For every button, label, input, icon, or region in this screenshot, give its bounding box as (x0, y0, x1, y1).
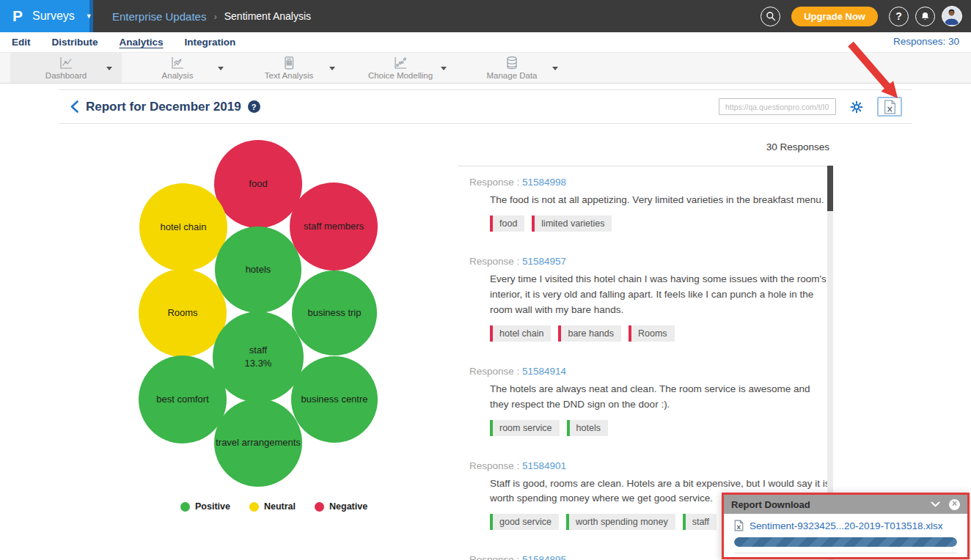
response-item: Response : 51584998The food is not at al… (469, 177, 833, 232)
legend-dot-icon (315, 502, 324, 512)
response-text: The hotels are always neat and clean. Th… (490, 382, 830, 413)
sentiment-tag[interactable]: good service (490, 514, 559, 530)
analysis-chart-icon (170, 56, 185, 70)
sentiment-tag[interactable]: room service (490, 420, 560, 436)
response-id-link[interactable]: 51584998 (522, 177, 566, 188)
response-id-link[interactable]: 51584895 (522, 554, 566, 560)
toolbar-tab-choice-modelling[interactable]: Choice Modelling (345, 53, 456, 83)
search-icon[interactable] (761, 7, 780, 26)
legend-item-positive: Positive (180, 501, 230, 512)
response-tags: foodlimited varieties (490, 215, 833, 232)
legend-item-neutral: Neutral (249, 501, 296, 512)
breadcrumb-separator: › (213, 11, 216, 22)
sentiment-tag[interactable]: worth spending money (566, 514, 675, 530)
legend-dot-icon (180, 502, 190, 512)
sentiment-tag[interactable]: limited varieties (532, 215, 612, 232)
download-progress-fill (734, 537, 957, 547)
analytics-toolbar: DashboardAnalysisText AnalysisChoice Mod… (0, 52, 971, 84)
response-id-link[interactable]: 51584901 (522, 460, 566, 471)
bubble-travel-arrangements[interactable]: travel arrangements (214, 399, 302, 487)
surveys-product-switcher[interactable]: P Surveys ▼ (0, 0, 93, 32)
dashboard-chart-icon (59, 56, 73, 70)
download-file-link[interactable]: Sentiment-9323425...20-2019-T013518.xlsx (750, 520, 942, 531)
product-name: Surveys (32, 10, 75, 23)
notifications-bell-icon[interactable] (915, 7, 935, 26)
toolbar-tab-manage-data[interactable]: Manage Data (456, 53, 568, 83)
navbar-actions: Upgrade Now ? (761, 6, 971, 26)
sentiment-tag[interactable]: hotel chain (490, 325, 551, 342)
response-item: Response : 51584914The hotels are always… (469, 366, 833, 436)
response-item: Response : 51584957Every time I visited … (469, 256, 833, 342)
chevron-down-icon[interactable] (329, 67, 335, 70)
help-icon[interactable]: ? (889, 7, 909, 26)
page: P Surveys ▼ Enterprise Updates › Sentime… (0, 0, 971, 560)
excel-file-icon (884, 100, 896, 114)
breadcrumb: Enterprise Updates › Sentiment Analysis (112, 10, 311, 23)
upgrade-now-button[interactable]: Upgrade Now (791, 7, 878, 26)
responses-scrollbar-thumb[interactable] (827, 166, 833, 211)
sentiment-tag[interactable]: hotels (567, 420, 608, 436)
bubble-food[interactable]: food (214, 140, 302, 228)
response-tags: hotel chainbare handsRooms (490, 325, 833, 342)
chevron-down-icon[interactable] (218, 67, 224, 70)
database-icon (505, 56, 519, 70)
bubble-Rooms[interactable]: Rooms (139, 269, 227, 357)
bubble-staff-members[interactable]: staff members (290, 183, 378, 270)
bubble-staff[interactable]: staff13.3% (213, 312, 304, 402)
text-analysis-icon (282, 56, 296, 70)
menu-item-edit[interactable]: Edit (12, 37, 31, 48)
sentiment-tag[interactable]: Rooms (629, 325, 675, 342)
toolbar-tabs: DashboardAnalysisText AnalysisChoice Mod… (10, 53, 568, 83)
menu-items: EditDistributeAnalyticsIntegration (12, 37, 235, 48)
questionpro-logo: P (12, 7, 23, 25)
survey-menu: EditDistributeAnalyticsIntegration Respo… (0, 32, 971, 52)
popup-body: Sentiment-9323425...20-2019-T013518.xlsx (724, 514, 967, 557)
chevron-down-icon[interactable] (106, 67, 112, 70)
collapse-chevron-icon[interactable] (931, 501, 940, 507)
toolbar-tab-analysis[interactable]: Analysis (122, 53, 233, 83)
response-label: Response : (469, 256, 519, 267)
responses-counter[interactable]: Responses: 30 (893, 36, 959, 47)
toolbar-tab-dashboard[interactable]: Dashboard (10, 53, 122, 83)
gear-icon[interactable] (850, 100, 863, 114)
choice-modelling-icon (393, 56, 408, 70)
responses-count-header: 30 Responses (458, 141, 829, 152)
export-excel-button[interactable] (877, 97, 902, 117)
chevron-down-icon[interactable] (552, 67, 558, 70)
excel-file-icon (734, 520, 744, 531)
report-download-popup: Report Download × Sentiment-9323425...20… (722, 493, 970, 559)
menu-item-analytics[interactable]: Analytics (120, 37, 164, 48)
response-label: Response : (469, 366, 519, 377)
bubble-hotel-chain[interactable]: hotel chain (139, 183, 227, 271)
popup-title: Report Download (731, 499, 810, 510)
chevron-down-icon[interactable] (441, 67, 447, 70)
response-id-link[interactable]: 51584914 (522, 366, 566, 377)
breadcrumb-survey-link[interactable]: Enterprise Updates (112, 10, 206, 23)
response-text: The food is not at all appetizing. Very … (490, 193, 830, 208)
response-label: Response : (469, 177, 519, 188)
legend-dot-icon (249, 502, 259, 512)
close-icon[interactable]: × (949, 499, 960, 510)
toolbar-tab-text-analysis[interactable]: Text Analysis (233, 53, 345, 83)
share-url-input[interactable] (719, 98, 836, 115)
bubble-business-centre[interactable]: business centre (291, 356, 378, 443)
sentiment-tag[interactable]: bare hands (558, 325, 621, 342)
report-header-actions (719, 97, 902, 117)
sentiment-tag[interactable]: food (490, 215, 524, 232)
sentiment-tag[interactable]: staff (683, 514, 717, 530)
response-label: Response : (469, 460, 519, 471)
download-progress-bar (734, 537, 957, 547)
response-text: Every time I visited this hotel chain I … (490, 272, 830, 318)
chevron-down-icon: ▼ (86, 12, 92, 20)
response-label: Response : (469, 554, 519, 560)
bubble-business-trip[interactable]: business trip (292, 270, 377, 355)
menu-item-integration[interactable]: Integration (185, 37, 236, 48)
response-id-link[interactable]: 51584957 (522, 256, 566, 267)
bubble-hotels[interactable]: hotels (215, 226, 301, 313)
top-navbar: P Surveys ▼ Enterprise Updates › Sentime… (0, 0, 971, 32)
legend-item-negative: Negative (315, 501, 367, 512)
menu-item-distribute[interactable]: Distribute (52, 37, 98, 48)
user-avatar[interactable] (942, 6, 962, 26)
bubble-best-comfort[interactable]: best comfort (139, 355, 227, 443)
breadcrumb-current-page: Sentiment Analysis (224, 10, 311, 22)
